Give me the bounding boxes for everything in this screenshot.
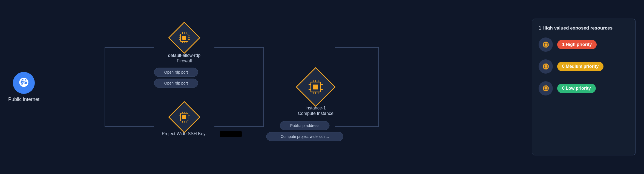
medium-priority-row: 0 Medium priority (539, 59, 629, 74)
svg-text:Public ip address: Public ip address (290, 123, 320, 128)
chip-icon-low (542, 85, 549, 92)
flow-diagram: default-allow-rdp Firewall Open rdp port… (39, 8, 526, 166)
medium-priority-badge[interactable]: 0 Medium priority (557, 62, 603, 71)
public-internet-icon (13, 72, 35, 94)
svg-text:Project Wide SSH Key:: Project Wide SSH Key: (162, 131, 207, 136)
svg-rect-16 (182, 36, 186, 40)
high-priority-badge[interactable]: 1 High priority (557, 40, 597, 49)
public-internet-node: Public internet (8, 72, 39, 102)
svg-rect-74 (545, 44, 547, 46)
high-priority-icon-circle (539, 37, 553, 52)
panel-rows: 1 High priority (539, 37, 629, 95)
svg-text:Compute Instance: Compute Instance (298, 111, 334, 116)
svg-text:instance-1: instance-1 (306, 106, 326, 110)
svg-text:Open rdp port: Open rdp port (164, 70, 188, 74)
low-priority-badge[interactable]: 0 Low priority (557, 84, 596, 93)
chip-icon-high (542, 41, 549, 48)
svg-text:Compute project wide ssh ...: Compute project wide ssh ... (281, 134, 329, 139)
svg-text:Open rdp port: Open rdp port (164, 81, 188, 85)
svg-rect-54 (313, 85, 318, 89)
svg-rect-51 (220, 131, 242, 137)
low-priority-icon-circle (539, 81, 553, 95)
svg-text:Firewall: Firewall (177, 59, 192, 63)
panel-title: 1 High valued exposed resources (539, 25, 629, 31)
medium-priority-icon-circle (539, 59, 553, 74)
high-priority-row: 1 High priority (539, 37, 629, 52)
svg-rect-88 (545, 65, 547, 68)
svg-rect-102 (545, 87, 547, 90)
globe-icon (18, 77, 29, 89)
svg-rect-37 (182, 115, 186, 119)
right-panel: 1 High valued exposed resources (532, 19, 636, 155)
public-internet-label: Public internet (8, 97, 39, 102)
svg-text:default-allow-rdp: default-allow-rdp (168, 53, 200, 58)
main-container: Public internet (0, 0, 644, 174)
low-priority-row: 0 Low priority (539, 81, 629, 95)
chip-icon-medium (542, 63, 549, 70)
